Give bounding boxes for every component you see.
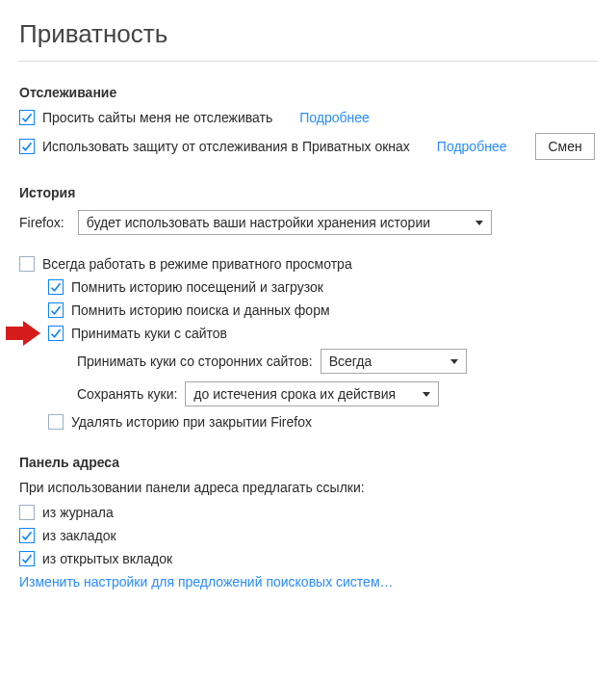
- tracking-heading: Отслеживание: [19, 85, 597, 100]
- change-blocklist-button[interactable]: Смен: [535, 133, 594, 160]
- do-not-track-more-link[interactable]: Подробнее: [299, 110, 370, 125]
- arrow-pointer-icon: [6, 321, 44, 346]
- always-private-checkbox[interactable]: [19, 256, 35, 272]
- keep-cookies-select[interactable]: до истечения срока их действия: [185, 381, 439, 406]
- remember-browsing-checkbox[interactable]: [48, 279, 64, 295]
- change-search-suggestions-link[interactable]: Изменить настройки для предложений поиск…: [19, 574, 394, 589]
- addressbar-description: При использовании панели адреса предлага…: [19, 480, 597, 495]
- suggest-opentabs-label: из открытых вкладок: [42, 551, 172, 566]
- remember-forms-label: Помнить историю поиска и данных форм: [71, 302, 330, 318]
- remember-forms-checkbox[interactable]: [48, 302, 64, 318]
- history-mode-label: Firefox:: [19, 215, 64, 230]
- suggest-history-label: из журнала: [42, 505, 114, 520]
- clear-on-close-checkbox[interactable]: [48, 414, 64, 430]
- suggest-bookmarks-checkbox[interactable]: [19, 528, 35, 543]
- third-party-cookies-label: Принимать куки со сторонних сайтов:: [77, 354, 313, 369]
- do-not-track-checkbox[interactable]: [19, 110, 35, 125]
- suggest-bookmarks-label: из закладок: [42, 528, 116, 543]
- remember-browsing-label: Помнить историю посещений и загрузок: [71, 279, 323, 295]
- history-mode-select[interactable]: будет использовать ваши настройки хранен…: [78, 210, 492, 235]
- clear-on-close-label: Удалять историю при закрытии Firefox: [71, 414, 312, 430]
- page-title: Приватность: [19, 19, 597, 49]
- chevron-down-icon: [423, 392, 430, 397]
- tracking-protection-label: Использовать защиту от отслеживания в Пр…: [42, 139, 410, 154]
- third-party-cookies-select[interactable]: Всегда: [321, 349, 467, 374]
- accept-cookies-label: Принимать куки с сайтов: [71, 326, 227, 341]
- suggest-opentabs-checkbox[interactable]: [19, 551, 35, 566]
- suggest-history-checkbox[interactable]: [19, 505, 35, 520]
- chevron-down-icon: [475, 221, 483, 225]
- history-heading: История: [19, 185, 597, 200]
- do-not-track-label: Просить сайты меня не отслеживать: [42, 110, 272, 125]
- accept-cookies-checkbox[interactable]: [48, 326, 64, 341]
- tracking-protection-checkbox[interactable]: [19, 139, 35, 154]
- divider: [19, 61, 597, 62]
- always-private-label: Всегда работать в режиме приватного прос…: [42, 256, 352, 272]
- chevron-down-icon: [450, 359, 458, 364]
- tracking-protection-more-link[interactable]: Подробнее: [437, 139, 507, 154]
- keep-cookies-label: Сохранять куки:: [77, 386, 177, 402]
- addressbar-heading: Панель адреса: [19, 455, 597, 470]
